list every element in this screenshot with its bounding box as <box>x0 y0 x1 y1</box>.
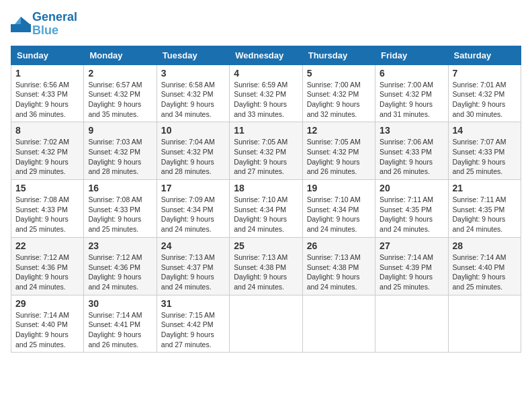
day-info: Sunrise: 6:57 AMSunset: 4:32 PMDaylight:… <box>88 81 142 118</box>
day-number: 17 <box>161 183 225 193</box>
logo-icon <box>11 14 31 34</box>
day-number: 22 <box>15 240 79 251</box>
day-info: Sunrise: 7:14 AMSunset: 4:41 PMDaylight:… <box>88 311 142 349</box>
day-number: 29 <box>15 298 79 309</box>
day-number: 31 <box>161 298 225 309</box>
weekday-header-thursday: Thursday <box>302 46 375 64</box>
day-number: 5 <box>307 68 371 79</box>
day-info: Sunrise: 7:07 AMSunset: 4:33 PMDaylight:… <box>453 138 506 175</box>
day-number: 30 <box>88 298 152 309</box>
day-info: Sunrise: 7:06 AMSunset: 4:33 PMDaylight:… <box>380 138 433 175</box>
calendar-cell-24: 24 Sunrise: 7:13 AMSunset: 4:37 PMDaylig… <box>157 237 229 295</box>
day-number: 20 <box>380 183 443 193</box>
day-info: Sunrise: 7:10 AMSunset: 4:34 PMDaylight:… <box>307 195 361 233</box>
calendar-cell-25: 25 Sunrise: 7:13 AMSunset: 4:38 PMDaylig… <box>230 237 302 295</box>
calendar-cell-30: 30 Sunrise: 7:14 AMSunset: 4:41 PMDaylig… <box>84 295 157 353</box>
day-number: 3 <box>161 68 225 79</box>
day-number: 28 <box>453 240 517 251</box>
calendar-week-1: 1 Sunrise: 6:56 AMSunset: 4:33 PMDayligh… <box>11 64 521 122</box>
day-info: Sunrise: 7:08 AMSunset: 4:33 PMDaylight:… <box>15 195 69 233</box>
calendar-cell-31: 31 Sunrise: 7:15 AMSunset: 4:42 PMDaylig… <box>157 295 229 353</box>
calendar-cell-11: 11 Sunrise: 7:05 AMSunset: 4:32 PMDaylig… <box>230 122 302 180</box>
day-info: Sunrise: 7:08 AMSunset: 4:33 PMDaylight:… <box>88 195 142 233</box>
day-number: 4 <box>234 68 298 79</box>
day-number: 10 <box>161 125 225 136</box>
day-number: 21 <box>453 183 517 193</box>
calendar-cell-19: 19 Sunrise: 7:10 AMSunset: 4:34 PMDaylig… <box>302 180 375 238</box>
day-info: Sunrise: 7:13 AMSunset: 4:37 PMDaylight:… <box>161 253 215 291</box>
day-number: 9 <box>88 125 152 136</box>
calendar-cell-20: 20 Sunrise: 7:11 AMSunset: 4:35 PMDaylig… <box>375 180 448 238</box>
calendar-cell-17: 17 Sunrise: 7:09 AMSunset: 4:34 PMDaylig… <box>157 180 229 238</box>
calendar-cell-28: 28 Sunrise: 7:14 AMSunset: 4:40 PMDaylig… <box>448 237 521 295</box>
calendar-cell-8: 8 Sunrise: 7:02 AMSunset: 4:32 PMDayligh… <box>11 122 84 180</box>
weekday-header-wednesday: Wednesday <box>230 46 302 64</box>
calendar-cell-5: 5 Sunrise: 7:00 AMSunset: 4:32 PMDayligh… <box>302 64 375 122</box>
day-info: Sunrise: 7:11 AMSunset: 4:35 PMDaylight:… <box>453 195 506 233</box>
day-info: Sunrise: 7:01 AMSunset: 4:32 PMDaylight:… <box>453 81 506 118</box>
day-number: 15 <box>15 183 79 193</box>
calendar-cell-26: 26 Sunrise: 7:13 AMSunset: 4:38 PMDaylig… <box>302 237 375 295</box>
day-info: Sunrise: 7:12 AMSunset: 4:36 PMDaylight:… <box>15 253 69 291</box>
weekday-header-sunday: Sunday <box>11 46 84 64</box>
page-header: General Blue <box>11 11 521 38</box>
day-number: 24 <box>161 240 225 251</box>
day-number: 8 <box>15 125 79 136</box>
calendar-cell-21: 21 Sunrise: 7:11 AMSunset: 4:35 PMDaylig… <box>448 180 521 238</box>
day-info: Sunrise: 7:12 AMSunset: 4:36 PMDaylight:… <box>88 253 142 291</box>
day-info: Sunrise: 7:13 AMSunset: 4:38 PMDaylight:… <box>307 253 361 291</box>
calendar-cell-16: 16 Sunrise: 7:08 AMSunset: 4:33 PMDaylig… <box>84 180 157 238</box>
calendar-cell-6: 6 Sunrise: 7:00 AMSunset: 4:32 PMDayligh… <box>375 64 448 122</box>
day-number: 13 <box>380 125 443 136</box>
day-info: Sunrise: 7:05 AMSunset: 4:32 PMDaylight:… <box>307 138 361 175</box>
calendar-cell-27: 27 Sunrise: 7:14 AMSunset: 4:39 PMDaylig… <box>375 237 448 295</box>
calendar-cell-15: 15 Sunrise: 7:08 AMSunset: 4:33 PMDaylig… <box>11 180 84 238</box>
calendar-cell-2: 2 Sunrise: 6:57 AMSunset: 4:32 PMDayligh… <box>84 64 157 122</box>
day-info: Sunrise: 7:05 AMSunset: 4:32 PMDaylight:… <box>234 138 287 175</box>
empty-cell <box>448 295 521 353</box>
day-info: Sunrise: 6:59 AMSunset: 4:32 PMDaylight:… <box>234 81 287 118</box>
calendar-cell-1: 1 Sunrise: 6:56 AMSunset: 4:33 PMDayligh… <box>11 64 84 122</box>
calendar-cell-18: 18 Sunrise: 7:10 AMSunset: 4:34 PMDaylig… <box>230 180 302 238</box>
day-info: Sunrise: 7:02 AMSunset: 4:32 PMDaylight:… <box>15 138 69 175</box>
calendar-cell-29: 29 Sunrise: 7:14 AMSunset: 4:40 PMDaylig… <box>11 295 84 353</box>
svg-rect-3 <box>11 24 31 32</box>
day-info: Sunrise: 7:13 AMSunset: 4:38 PMDaylight:… <box>234 253 287 291</box>
day-info: Sunrise: 7:11 AMSunset: 4:35 PMDaylight:… <box>380 195 433 233</box>
calendar-week-5: 29 Sunrise: 7:14 AMSunset: 4:40 PMDaylig… <box>11 295 521 353</box>
day-info: Sunrise: 7:00 AMSunset: 4:32 PMDaylight:… <box>307 81 361 118</box>
logo: General Blue <box>11 11 77 38</box>
day-info: Sunrise: 7:09 AMSunset: 4:34 PMDaylight:… <box>161 195 215 233</box>
calendar-cell-10: 10 Sunrise: 7:04 AMSunset: 4:32 PMDaylig… <box>157 122 229 180</box>
empty-cell <box>230 295 302 353</box>
day-number: 1 <box>15 68 79 79</box>
day-info: Sunrise: 6:56 AMSunset: 4:33 PMDaylight:… <box>15 81 69 118</box>
day-info: Sunrise: 7:03 AMSunset: 4:32 PMDaylight:… <box>88 138 142 175</box>
day-number: 26 <box>307 240 371 251</box>
calendar-week-2: 8 Sunrise: 7:02 AMSunset: 4:32 PMDayligh… <box>11 122 521 180</box>
day-number: 14 <box>453 125 517 136</box>
calendar-cell-9: 9 Sunrise: 7:03 AMSunset: 4:32 PMDayligh… <box>84 122 157 180</box>
day-number: 25 <box>234 240 298 251</box>
day-number: 2 <box>88 68 152 79</box>
calendar-cell-4: 4 Sunrise: 6:59 AMSunset: 4:32 PMDayligh… <box>230 64 302 122</box>
calendar-cell-7: 7 Sunrise: 7:01 AMSunset: 4:32 PMDayligh… <box>448 64 521 122</box>
day-number: 19 <box>307 183 371 193</box>
calendar-cell-22: 22 Sunrise: 7:12 AMSunset: 4:36 PMDaylig… <box>11 237 84 295</box>
day-number: 23 <box>88 240 152 251</box>
day-number: 7 <box>453 68 517 79</box>
calendar-week-4: 22 Sunrise: 7:12 AMSunset: 4:36 PMDaylig… <box>11 237 521 295</box>
weekday-header-tuesday: Tuesday <box>157 46 229 64</box>
empty-cell <box>302 295 375 353</box>
weekday-header-friday: Friday <box>375 46 448 64</box>
day-number: 12 <box>307 125 371 136</box>
day-number: 18 <box>234 183 298 193</box>
day-info: Sunrise: 7:04 AMSunset: 4:32 PMDaylight:… <box>161 138 215 175</box>
day-info: Sunrise: 7:14 AMSunset: 4:40 PMDaylight:… <box>15 311 69 349</box>
day-number: 16 <box>88 183 152 193</box>
calendar-cell-23: 23 Sunrise: 7:12 AMSunset: 4:36 PMDaylig… <box>84 237 157 295</box>
day-info: Sunrise: 7:15 AMSunset: 4:42 PMDaylight:… <box>161 311 215 349</box>
day-info: Sunrise: 7:14 AMSunset: 4:39 PMDaylight:… <box>380 253 433 291</box>
weekday-header-monday: Monday <box>84 46 157 64</box>
weekday-header-saturday: Saturday <box>448 46 521 64</box>
